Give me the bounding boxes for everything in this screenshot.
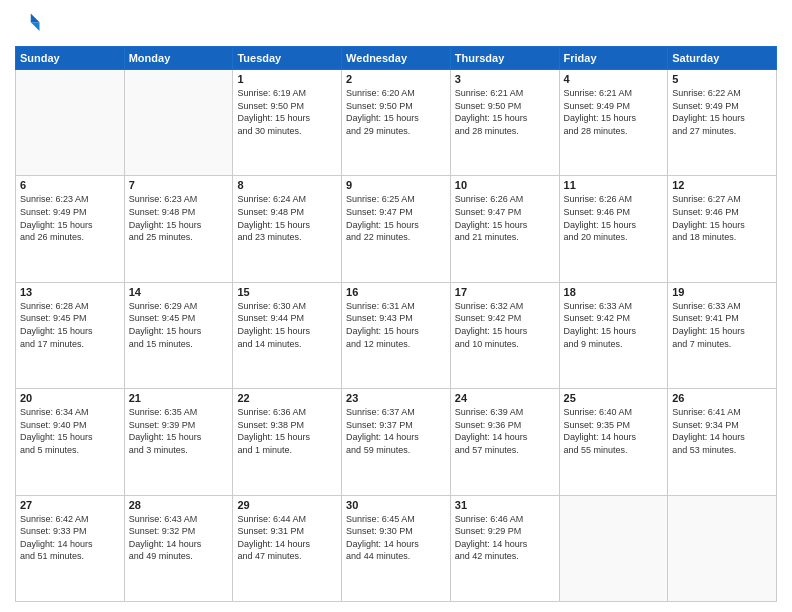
calendar-cell	[124, 70, 233, 176]
day-number: 17	[455, 286, 555, 298]
day-number: 21	[129, 392, 229, 404]
week-row-4: 20Sunrise: 6:34 AM Sunset: 9:40 PM Dayli…	[16, 389, 777, 495]
day-info: Sunrise: 6:29 AM Sunset: 9:45 PM Dayligh…	[129, 300, 229, 350]
day-info: Sunrise: 6:44 AM Sunset: 9:31 PM Dayligh…	[237, 513, 337, 563]
calendar-cell: 29Sunrise: 6:44 AM Sunset: 9:31 PM Dayli…	[233, 495, 342, 601]
day-number: 29	[237, 499, 337, 511]
calendar-cell: 2Sunrise: 6:20 AM Sunset: 9:50 PM Daylig…	[342, 70, 451, 176]
calendar-cell: 11Sunrise: 6:26 AM Sunset: 9:46 PM Dayli…	[559, 176, 668, 282]
calendar-cell: 21Sunrise: 6:35 AM Sunset: 9:39 PM Dayli…	[124, 389, 233, 495]
calendar-cell: 20Sunrise: 6:34 AM Sunset: 9:40 PM Dayli…	[16, 389, 125, 495]
day-number: 5	[672, 73, 772, 85]
week-row-1: 1Sunrise: 6:19 AM Sunset: 9:50 PM Daylig…	[16, 70, 777, 176]
day-info: Sunrise: 6:21 AM Sunset: 9:50 PM Dayligh…	[455, 87, 555, 137]
day-info: Sunrise: 6:35 AM Sunset: 9:39 PM Dayligh…	[129, 406, 229, 456]
svg-marker-0	[31, 14, 40, 23]
day-number: 1	[237, 73, 337, 85]
weekday-header-thursday: Thursday	[450, 47, 559, 70]
header	[15, 10, 777, 38]
week-row-2: 6Sunrise: 6:23 AM Sunset: 9:49 PM Daylig…	[16, 176, 777, 282]
calendar-cell: 8Sunrise: 6:24 AM Sunset: 9:48 PM Daylig…	[233, 176, 342, 282]
day-info: Sunrise: 6:28 AM Sunset: 9:45 PM Dayligh…	[20, 300, 120, 350]
day-number: 8	[237, 179, 337, 191]
day-info: Sunrise: 6:36 AM Sunset: 9:38 PM Dayligh…	[237, 406, 337, 456]
calendar-cell: 19Sunrise: 6:33 AM Sunset: 9:41 PM Dayli…	[668, 282, 777, 388]
calendar-cell: 9Sunrise: 6:25 AM Sunset: 9:47 PM Daylig…	[342, 176, 451, 282]
day-number: 23	[346, 392, 446, 404]
weekday-header-monday: Monday	[124, 47, 233, 70]
day-info: Sunrise: 6:40 AM Sunset: 9:35 PM Dayligh…	[564, 406, 664, 456]
calendar-cell: 28Sunrise: 6:43 AM Sunset: 9:32 PM Dayli…	[124, 495, 233, 601]
day-number: 25	[564, 392, 664, 404]
day-info: Sunrise: 6:26 AM Sunset: 9:46 PM Dayligh…	[564, 193, 664, 243]
day-info: Sunrise: 6:33 AM Sunset: 9:41 PM Dayligh…	[672, 300, 772, 350]
calendar-cell: 17Sunrise: 6:32 AM Sunset: 9:42 PM Dayli…	[450, 282, 559, 388]
calendar-cell: 13Sunrise: 6:28 AM Sunset: 9:45 PM Dayli…	[16, 282, 125, 388]
day-info: Sunrise: 6:25 AM Sunset: 9:47 PM Dayligh…	[346, 193, 446, 243]
calendar-cell: 14Sunrise: 6:29 AM Sunset: 9:45 PM Dayli…	[124, 282, 233, 388]
logo-icon	[15, 10, 43, 38]
day-number: 18	[564, 286, 664, 298]
page: SundayMondayTuesdayWednesdayThursdayFrid…	[0, 0, 792, 612]
calendar-cell: 1Sunrise: 6:19 AM Sunset: 9:50 PM Daylig…	[233, 70, 342, 176]
weekday-header-row: SundayMondayTuesdayWednesdayThursdayFrid…	[16, 47, 777, 70]
week-row-5: 27Sunrise: 6:42 AM Sunset: 9:33 PM Dayli…	[16, 495, 777, 601]
calendar-table: SundayMondayTuesdayWednesdayThursdayFrid…	[15, 46, 777, 602]
day-number: 27	[20, 499, 120, 511]
day-number: 3	[455, 73, 555, 85]
calendar-cell: 7Sunrise: 6:23 AM Sunset: 9:48 PM Daylig…	[124, 176, 233, 282]
day-info: Sunrise: 6:37 AM Sunset: 9:37 PM Dayligh…	[346, 406, 446, 456]
day-number: 4	[564, 73, 664, 85]
day-number: 20	[20, 392, 120, 404]
day-number: 2	[346, 73, 446, 85]
day-info: Sunrise: 6:22 AM Sunset: 9:49 PM Dayligh…	[672, 87, 772, 137]
day-number: 26	[672, 392, 772, 404]
svg-marker-1	[31, 22, 40, 31]
calendar-cell	[559, 495, 668, 601]
calendar-cell	[668, 495, 777, 601]
calendar-cell: 15Sunrise: 6:30 AM Sunset: 9:44 PM Dayli…	[233, 282, 342, 388]
day-number: 24	[455, 392, 555, 404]
day-info: Sunrise: 6:24 AM Sunset: 9:48 PM Dayligh…	[237, 193, 337, 243]
day-info: Sunrise: 6:32 AM Sunset: 9:42 PM Dayligh…	[455, 300, 555, 350]
weekday-header-tuesday: Tuesday	[233, 47, 342, 70]
day-info: Sunrise: 6:33 AM Sunset: 9:42 PM Dayligh…	[564, 300, 664, 350]
day-info: Sunrise: 6:27 AM Sunset: 9:46 PM Dayligh…	[672, 193, 772, 243]
day-info: Sunrise: 6:42 AM Sunset: 9:33 PM Dayligh…	[20, 513, 120, 563]
day-info: Sunrise: 6:20 AM Sunset: 9:50 PM Dayligh…	[346, 87, 446, 137]
day-number: 10	[455, 179, 555, 191]
day-info: Sunrise: 6:19 AM Sunset: 9:50 PM Dayligh…	[237, 87, 337, 137]
day-info: Sunrise: 6:23 AM Sunset: 9:48 PM Dayligh…	[129, 193, 229, 243]
calendar-cell: 23Sunrise: 6:37 AM Sunset: 9:37 PM Dayli…	[342, 389, 451, 495]
day-info: Sunrise: 6:46 AM Sunset: 9:29 PM Dayligh…	[455, 513, 555, 563]
day-info: Sunrise: 6:30 AM Sunset: 9:44 PM Dayligh…	[237, 300, 337, 350]
day-number: 19	[672, 286, 772, 298]
day-info: Sunrise: 6:43 AM Sunset: 9:32 PM Dayligh…	[129, 513, 229, 563]
day-number: 7	[129, 179, 229, 191]
calendar-cell: 5Sunrise: 6:22 AM Sunset: 9:49 PM Daylig…	[668, 70, 777, 176]
day-number: 31	[455, 499, 555, 511]
calendar-cell: 24Sunrise: 6:39 AM Sunset: 9:36 PM Dayli…	[450, 389, 559, 495]
logo	[15, 10, 47, 38]
day-number: 11	[564, 179, 664, 191]
calendar-cell: 6Sunrise: 6:23 AM Sunset: 9:49 PM Daylig…	[16, 176, 125, 282]
day-info: Sunrise: 6:31 AM Sunset: 9:43 PM Dayligh…	[346, 300, 446, 350]
calendar-cell: 18Sunrise: 6:33 AM Sunset: 9:42 PM Dayli…	[559, 282, 668, 388]
calendar-cell	[16, 70, 125, 176]
day-info: Sunrise: 6:21 AM Sunset: 9:49 PM Dayligh…	[564, 87, 664, 137]
weekday-header-friday: Friday	[559, 47, 668, 70]
calendar-cell: 12Sunrise: 6:27 AM Sunset: 9:46 PM Dayli…	[668, 176, 777, 282]
calendar-cell: 25Sunrise: 6:40 AM Sunset: 9:35 PM Dayli…	[559, 389, 668, 495]
day-info: Sunrise: 6:41 AM Sunset: 9:34 PM Dayligh…	[672, 406, 772, 456]
weekday-header-wednesday: Wednesday	[342, 47, 451, 70]
calendar-cell: 16Sunrise: 6:31 AM Sunset: 9:43 PM Dayli…	[342, 282, 451, 388]
calendar-cell: 10Sunrise: 6:26 AM Sunset: 9:47 PM Dayli…	[450, 176, 559, 282]
calendar-cell: 4Sunrise: 6:21 AM Sunset: 9:49 PM Daylig…	[559, 70, 668, 176]
day-info: Sunrise: 6:45 AM Sunset: 9:30 PM Dayligh…	[346, 513, 446, 563]
weekday-header-saturday: Saturday	[668, 47, 777, 70]
calendar-cell: 27Sunrise: 6:42 AM Sunset: 9:33 PM Dayli…	[16, 495, 125, 601]
day-number: 16	[346, 286, 446, 298]
week-row-3: 13Sunrise: 6:28 AM Sunset: 9:45 PM Dayli…	[16, 282, 777, 388]
calendar-cell: 22Sunrise: 6:36 AM Sunset: 9:38 PM Dayli…	[233, 389, 342, 495]
weekday-header-sunday: Sunday	[16, 47, 125, 70]
